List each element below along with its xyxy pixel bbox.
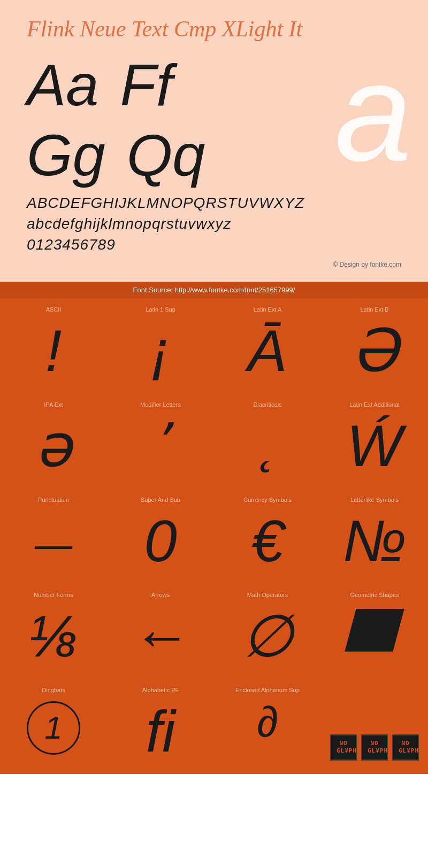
no-glyph-box-2: NOGL¥PH: [361, 734, 388, 761]
cat-currency: Currency Symbols: [243, 497, 292, 503]
no-glyph-box-3: NOGL¥PH: [392, 734, 419, 761]
glyph-pair-ff: Ff: [120, 52, 173, 117]
top-section: Flink Neue Text Cmp XLight It Aa Ff a Gg…: [0, 0, 428, 282]
cell-diacriticals: Diacriticals ˛: [214, 393, 321, 489]
glyph-inverted-exclamation: ¡: [151, 318, 171, 383]
glyph-showcase: Aa Ff a: [27, 52, 401, 117]
cell-enclosed: Enclosed Alphanum Sup ∂: [214, 679, 321, 774]
cat-diacriticals: Diacriticals: [253, 401, 281, 408]
cat-alphabeticpf: Alphabetic PF: [142, 687, 179, 693]
cell-geoshapes: Geometric Shapes: [321, 584, 428, 679]
cat-letterlike: Letterlike Symbols: [350, 497, 399, 503]
glyph-amacron: Ā: [248, 318, 287, 383]
cell-arrows: Arrows ←: [107, 584, 214, 679]
cat-modifier: Modifier Letters: [140, 401, 181, 408]
glyph-euro: €: [251, 508, 284, 573]
glyph-large-a: a: [334, 43, 412, 182]
glyph-exclamation: !: [45, 318, 62, 383]
glyph-oneeighth: ⅛: [29, 603, 78, 668]
glyph-emptyset: ∅: [242, 603, 293, 668]
cat-geoshapes: Geometric Shapes: [350, 592, 399, 598]
cat-dingbats: Dingbats: [42, 687, 65, 693]
glyph-numero: №: [342, 508, 406, 573]
cell-letterlike: Letterlike Symbols №: [321, 489, 428, 584]
alphabet-lower: abcdefghijklmnopqrstuvwxyz: [27, 213, 401, 234]
cell-punctuation: Punctuation —: [0, 489, 107, 584]
cell-mathop: Math Operators ∅: [214, 584, 321, 679]
cell-modifier: Modifier Letters ʼ: [107, 393, 214, 489]
glyph-wacute: Ẃ: [347, 413, 402, 478]
cell-supersub: Super And Sub 0: [107, 489, 214, 584]
cell-alphabeticpf: Alphabetic PF ﬁ: [107, 679, 214, 774]
glyph-ogonek: ˛: [258, 413, 276, 472]
cat-latinextb: Latin Ext B: [360, 306, 388, 313]
copyright: © Design by fontke.com: [27, 261, 401, 271]
glyph-emdash: —: [35, 524, 72, 565]
no-glyph-box-1: NOGL¥PH: [330, 734, 357, 761]
cell-ipaext: IPA Ext ə: [0, 393, 107, 489]
glyph-pair-gg: Gg: [27, 122, 105, 187]
cell-latinexta: Latin Ext A Ā: [214, 298, 321, 393]
glyph-schwa: ə: [35, 413, 72, 478]
cat-ipaext: IPA Ext: [44, 401, 63, 408]
no-glyph-row: NOGL¥PH NOGL¥PH NOGL¥PH: [330, 734, 419, 761]
alphabet-section: ABCDEFGHIJKLMNOPQRSTUVWXYZ abcdefghijklm…: [27, 192, 401, 255]
alphabet-upper: ABCDEFGHIJKLMNOPQRSTUVWXYZ: [27, 192, 401, 213]
cat-supersub: Super And Sub: [141, 497, 180, 503]
cell-ascii: ASCII !: [0, 298, 107, 393]
bottom-section: Font Source: http://www.fontke.com/font/…: [0, 282, 428, 774]
glyph-enclosed-char: ∂: [257, 699, 278, 746]
cat-latinexta: Latin Ext A: [254, 306, 282, 313]
glyph-fi-ligature: ﬁ: [146, 699, 175, 763]
glyph-grid: ASCII ! Latin 1 Sup ¡ Latin Ext A Ā Lati…: [0, 298, 428, 774]
cat-arrows: Arrows: [151, 592, 170, 598]
glyph-zero: 0: [144, 508, 177, 573]
cat-latinextadd: Latin Ext Additional: [349, 401, 400, 408]
cat-numberforms: Number Forms: [34, 592, 73, 598]
glyph-pair-qq: Qq: [127, 122, 205, 187]
cell-currency: Currency Symbols €: [214, 489, 321, 584]
glyph-circled-one: 1: [27, 701, 80, 755]
cat-ascii: ASCII: [46, 306, 62, 313]
cell-noglyph: NOGL¥PH NOGL¥PH NOGL¥PH: [321, 679, 428, 774]
cat-latin1sup: Latin 1 Sup: [146, 306, 175, 313]
cat-punctuation: Punctuation: [38, 497, 69, 503]
cat-enclosed: Enclosed Alphanum Sup: [235, 687, 300, 693]
cat-mathop: Math Operators: [247, 592, 288, 598]
cell-latinextadd: Latin Ext Additional Ẃ: [321, 393, 428, 489]
cell-latin1sup: Latin 1 Sup ¡: [107, 298, 214, 393]
glyph-leftarrow: ←: [131, 603, 190, 668]
cell-latinextb: Latin Ext B Ə: [321, 298, 428, 393]
digits: 0123456789: [27, 234, 401, 255]
cell-dingbats: Dingbats 1: [0, 679, 107, 774]
glyph-pair-aa: Aa: [27, 52, 99, 117]
font-source: Font Source: http://www.fontke.com/font/…: [0, 282, 428, 298]
glyph-schwa-cap: Ə: [351, 318, 398, 383]
glyph-modifier-apostrophe: ʼ: [152, 413, 169, 472]
glyph-parallelogram: [345, 609, 404, 652]
cell-numberforms: Number Forms ⅛: [0, 584, 107, 679]
